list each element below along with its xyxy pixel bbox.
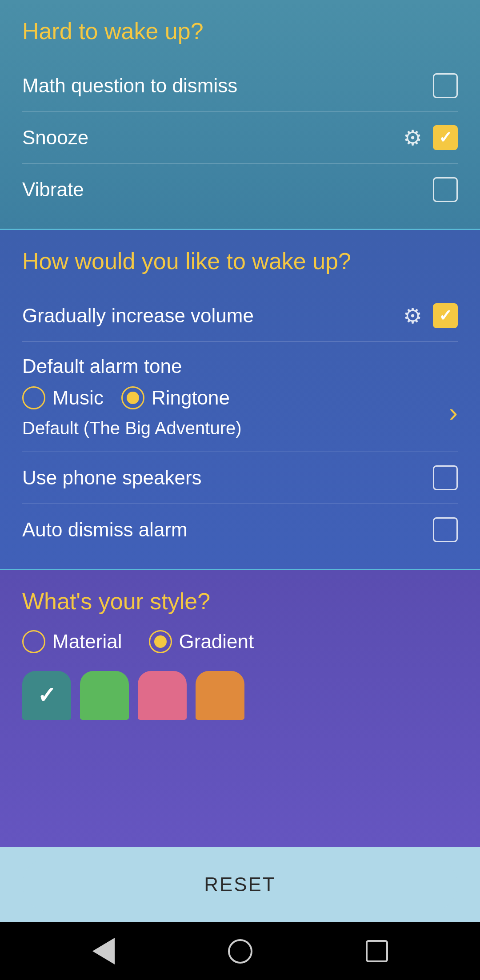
auto-dismiss-row: Auto dismiss alarm: [22, 504, 458, 555]
section-hard-to-wake: Hard to wake up? Math question to dismis…: [0, 0, 480, 229]
section-wake-style: How would you like to wake up? Gradually…: [0, 229, 480, 569]
auto-dismiss-checkbox[interactable]: [433, 517, 458, 542]
snooze-row: Snooze ⚙: [22, 112, 458, 164]
alarm-tone-chevron[interactable]: ›: [449, 399, 458, 426]
section2-title: How would you like to wake up?: [22, 248, 458, 274]
alarm-tone-row: Music Ringtone Default (The Big Adventur…: [22, 386, 458, 438]
ringtone-radio-option[interactable]: Ringtone: [121, 386, 230, 409]
style-radio-group: Material Gradient: [22, 630, 458, 653]
gradually-increase-checkbox[interactable]: [433, 303, 458, 328]
section1-title: Hard to wake up?: [22, 18, 458, 44]
recents-button[interactable]: [366, 940, 388, 962]
gradient-radio-label: Gradient: [179, 631, 254, 653]
default-ringtone-text: Default (The Big Adventure): [22, 418, 242, 438]
snooze-label: Snooze: [22, 127, 88, 149]
snooze-checkbox[interactable]: [433, 125, 458, 150]
vibrate-row: Vibrate: [22, 164, 458, 215]
snooze-controls: ⚙: [401, 125, 458, 150]
reset-button[interactable]: RESET: [22, 858, 458, 911]
alarm-tone-section: Default alarm tone Music Ringtone Defaul…: [22, 342, 458, 452]
material-radio-label: Material: [52, 631, 122, 653]
material-radio-option[interactable]: Material: [22, 630, 122, 653]
math-question-checkbox[interactable]: [433, 73, 458, 98]
back-button[interactable]: [92, 938, 115, 964]
swatch-pink[interactable]: [138, 671, 187, 720]
phone-speakers-checkbox[interactable]: [433, 465, 458, 490]
vibrate-label: Vibrate: [22, 179, 84, 201]
gradually-increase-label: Gradually increase volume: [22, 305, 254, 327]
music-radio-button[interactable]: [22, 386, 45, 409]
ringtone-radio-label: Ringtone: [152, 387, 230, 409]
section3-title: What's your style?: [22, 588, 458, 615]
auto-dismiss-label: Auto dismiss alarm: [22, 519, 188, 541]
material-radio-button[interactable]: [22, 630, 45, 653]
home-button[interactable]: [228, 939, 252, 964]
vibrate-checkbox[interactable]: [433, 177, 458, 202]
swatch-green[interactable]: [80, 671, 129, 720]
navigation-bar: [0, 922, 480, 980]
gradually-increase-controls: ⚙: [401, 303, 458, 328]
math-question-row: Math question to dismiss: [22, 60, 458, 112]
math-question-label: Math question to dismiss: [22, 75, 237, 97]
swatch-orange[interactable]: [196, 671, 244, 720]
gradually-increase-row: Gradually increase volume ⚙: [22, 290, 458, 342]
gradually-increase-gear-icon[interactable]: ⚙: [401, 304, 424, 327]
section-style: What's your style? Material Gradient: [0, 569, 480, 847]
alarm-tone-radio-group: Music Ringtone: [22, 386, 242, 409]
gradient-radio-option[interactable]: Gradient: [149, 630, 254, 653]
reset-bar: RESET: [0, 847, 480, 922]
alarm-tone-label: Default alarm tone: [22, 355, 458, 377]
color-swatches: [22, 671, 458, 720]
phone-speakers-label: Use phone speakers: [22, 467, 202, 489]
music-radio-option[interactable]: Music: [22, 386, 104, 409]
ringtone-radio-button[interactable]: [121, 386, 144, 409]
snooze-gear-icon[interactable]: ⚙: [401, 126, 424, 149]
gradient-radio-button[interactable]: [149, 630, 172, 653]
swatch-teal[interactable]: [22, 671, 71, 720]
music-radio-label: Music: [52, 387, 104, 409]
phone-speakers-row: Use phone speakers: [22, 452, 458, 504]
